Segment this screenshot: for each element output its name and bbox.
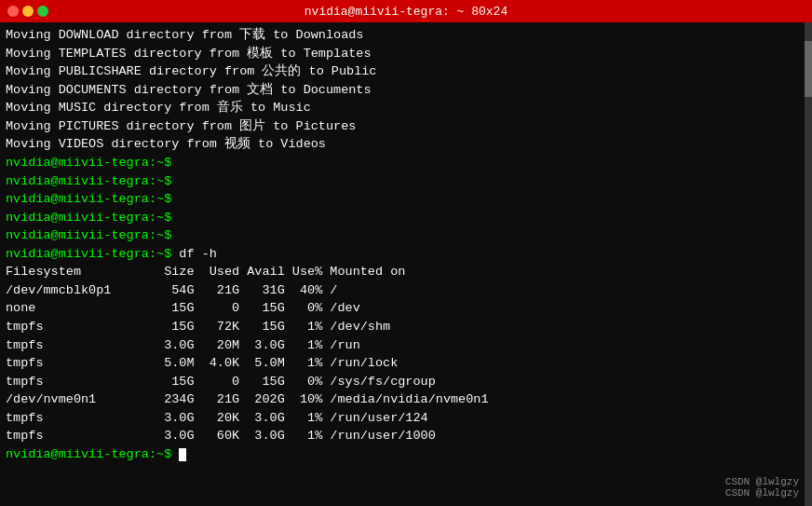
terminal-line: tmpfs 15G 0 15G 0% /sys/fs/cgroup: [6, 373, 806, 391]
terminal-line: none 15G 0 15G 0% /dev: [6, 299, 806, 318]
terminal-line: nvidia@miivii-tegra:~$: [6, 209, 806, 227]
terminal-line: /dev/mmcblk0p1 54G 21G 31G 40% /: [6, 281, 806, 300]
scrollbar-thumb[interactable]: [805, 41, 812, 97]
terminal-line: Moving PUBLICSHARE directory from 公共的 to…: [6, 62, 806, 81]
terminal-line: tmpfs 3.0G 20K 3.0G 1% /run/user/124: [6, 409, 806, 428]
watermark: CSDN @lwlgzy CSDN @lwlgzy: [725, 476, 799, 499]
terminal-line: tmpfs 3.0G 60K 3.0G 1% /run/user/1000: [6, 427, 806, 445]
terminal-line: Moving TEMPLATES directory from 模板 to Te…: [6, 45, 806, 63]
terminal-line: nvidia@miivii-tegra:~$: [6, 154, 806, 172]
close-button[interactable]: [7, 6, 19, 17]
minimize-button[interactable]: [22, 6, 34, 17]
terminal-body[interactable]: Moving DOWNLOAD directory from 下载 to Dow…: [0, 22, 812, 506]
terminal-line: tmpfs 15G 72K 15G 1% /dev/shm: [6, 318, 806, 336]
terminal-line: nvidia@miivii-tegra:~$: [6, 172, 806, 191]
terminal-line: tmpfs 5.0M 4.0K 5.0M 1% /run/lock: [6, 354, 806, 373]
scrollbar[interactable]: [805, 22, 812, 506]
terminal-line: /dev/nvme0n1 234G 21G 202G 10% /media/nv…: [6, 390, 806, 409]
terminal-line: tmpfs 3.0G 20M 3.0G 1% /run: [6, 336, 806, 355]
terminal-line: Moving PICTURES directory from 图片 to Pic…: [6, 117, 806, 136]
title-bar: nvidia@miivii-tegra: ~ 80x24: [0, 0, 812, 22]
terminal-window: nvidia@miivii-tegra: ~ 80x24 Moving DOWN…: [0, 0, 812, 506]
terminal-line: Moving MUSIC directory from 音乐 to Music: [6, 99, 806, 117]
maximize-button[interactable]: [37, 6, 48, 17]
terminal-line: Filesystem Size Used Avail Use% Mounted …: [6, 263, 806, 281]
window-controls[interactable]: [7, 6, 48, 17]
terminal-line: nvidia@miivii-tegra:~$: [6, 190, 806, 209]
terminal-content: Moving DOWNLOAD directory from 下载 to Dow…: [6, 26, 806, 464]
terminal-line: nvidia@miivii-tegra:~$: [6, 226, 806, 245]
terminal-line: Moving DOWNLOAD directory from 下载 to Dow…: [6, 26, 806, 45]
terminal-line: Moving DOCUMENTS directory from 文档 to Do…: [6, 81, 806, 100]
terminal-line: Moving VIDEOS directory from 视频 to Video…: [6, 135, 806, 154]
terminal-line: nvidia@miivii-tegra:~$: [6, 445, 806, 464]
window-title: nvidia@miivii-tegra: ~ 80x24: [304, 5, 508, 19]
terminal-line: nvidia@miivii-tegra:~$ df -h: [6, 245, 806, 264]
